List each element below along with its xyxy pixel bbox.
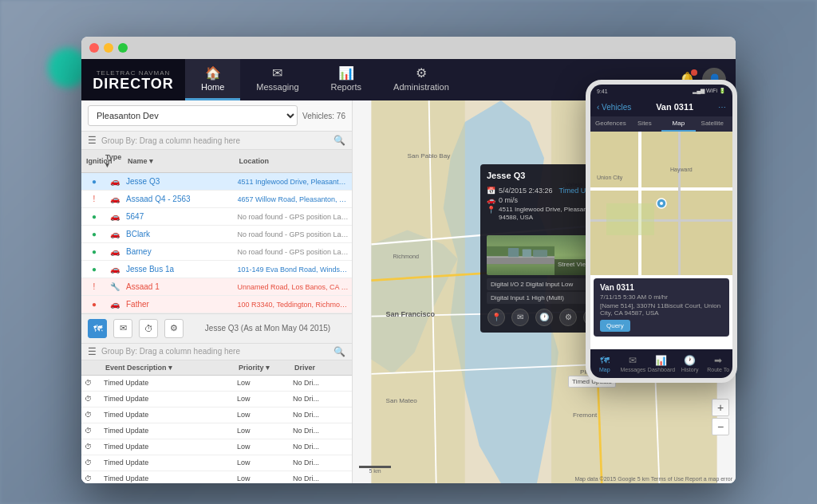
message-action-btn[interactable]: ✉	[113, 319, 132, 338]
event-priority: Low	[237, 459, 293, 467]
event-driver: No Dri...	[293, 443, 349, 451]
popup-pin-btn[interactable]: 📍	[487, 309, 505, 326]
maximize-window-btn[interactable]	[118, 43, 128, 53]
phone-nav-map[interactable]: 🗺 Map	[590, 355, 619, 372]
phone-vehicle-address: [Name 514], 3307N 11Biscuit Court, Union…	[600, 302, 723, 317]
group-by-text: Group By: Drag a column heading here	[101, 136, 329, 145]
vehicle-name: 5647	[126, 212, 238, 221]
phone-vehicle-info: 7/11/15 5:30 AM 0 mi/hr	[600, 293, 723, 301]
phone-time: 9:41	[597, 89, 608, 94]
phone-bottom-nav: 🗺 Map ✉ Messages 📊 Dashboard 🕐 History ➡…	[590, 349, 732, 378]
popup-history-btn[interactable]: 🕐	[535, 309, 553, 326]
popup-message-btn[interactable]: ✉	[511, 309, 529, 326]
tab-sites[interactable]: Sites	[628, 116, 661, 132]
phone-options-btn[interactable]: ⋯	[718, 103, 726, 112]
admin-icon: ⚙	[416, 65, 427, 81]
phone-nav-map-label: Map	[599, 367, 610, 372]
phone-nav-history[interactable]: 🕐 History	[676, 355, 705, 372]
event-priority: Low	[237, 474, 293, 482]
settings-action-btn[interactable]: ⚙	[164, 319, 184, 338]
nav-administration[interactable]: ⚙ Administration	[377, 59, 465, 100]
event-group-icon: ☰	[88, 346, 97, 357]
type-icon: 🚗	[104, 212, 126, 221]
close-window-btn[interactable]	[89, 43, 99, 53]
status-icon: !	[85, 282, 104, 291]
th-location: Location	[238, 152, 349, 170]
list-item[interactable]: ⏱ Timed Update Low No Dri...	[81, 423, 352, 439]
nav-reports[interactable]: 📊 Reports	[315, 59, 378, 100]
vehicle-name: Jesse Q3	[126, 177, 238, 186]
table-row[interactable]: ! 🔧 Assaad 1 Unnamed Road, Los Banos, CA…	[81, 278, 352, 296]
table-row[interactable]: ● 🚗 Jesse Bus 1a 101-149 Eva Bond Road, …	[81, 261, 352, 278]
table-row[interactable]: ● 🚗 BClark No road found - GPS position …	[81, 226, 352, 243]
event-desc: Timed Update	[104, 379, 237, 387]
vehicle-name: BClark	[126, 230, 238, 238]
svg-rect-25	[523, 249, 531, 257]
list-item[interactable]: ⏱ Timed Update Low No Dri...	[81, 408, 352, 423]
svg-text:San Pablo Bay: San Pablo Bay	[408, 152, 452, 159]
event-driver: No Dri...	[293, 411, 349, 419]
th-name: Name ▾	[126, 152, 238, 170]
map-action-btn[interactable]: 🗺	[88, 319, 107, 338]
tab-satellite[interactable]: Satellite	[696, 116, 729, 132]
phone-map-area[interactable]: Union City Hayward	[590, 132, 732, 275]
event-search-icon[interactable]: 🔍	[334, 346, 345, 357]
th-driver: Driver	[293, 363, 349, 372]
map-scale: 5 km	[359, 466, 391, 474]
svg-rect-24	[508, 248, 519, 257]
phone-back-btn[interactable]: ‹ Vehicles	[597, 103, 631, 112]
zoom-out-btn[interactable]: −	[712, 418, 729, 435]
speed-icon: 🚗	[487, 196, 495, 204]
type-icon: 🔧	[104, 282, 126, 291]
event-icon: ⏱	[85, 411, 104, 419]
event-group-by-bar: ☰ Group By: Drag a column heading here 🔍	[81, 344, 352, 360]
svg-rect-22	[487, 257, 555, 264]
list-item[interactable]: ⏱ Timed Update Low No Dri...	[81, 376, 352, 392]
phone-nav-dashboard[interactable]: 📊 Dashboard	[647, 355, 676, 372]
svg-rect-31	[678, 132, 681, 275]
phone-nav-route[interactable]: ➡ Route To	[704, 355, 732, 372]
history-action-btn[interactable]: ⏱	[139, 319, 158, 338]
nav-home[interactable]: 🏠 Home	[185, 59, 240, 100]
popup-settings-btn[interactable]: ⚙	[559, 309, 577, 326]
phone-header-title: Van 0311	[656, 102, 693, 112]
svg-rect-26	[533, 250, 547, 257]
status-icon: ●	[85, 247, 104, 256]
svg-rect-32	[606, 203, 654, 235]
type-icon: 🚗	[104, 247, 126, 256]
tab-map[interactable]: Map	[661, 116, 695, 132]
table-row[interactable]: ● 🚗 Barney No road found - GPS position …	[81, 243, 352, 261]
list-item[interactable]: ⏱ Timed Update Low No Dri...	[81, 439, 352, 455]
minimize-window-btn[interactable]	[104, 43, 113, 53]
phone-tabs: Geofences Sites Map Satellite	[590, 116, 732, 132]
selected-vehicle-label: Jesse Q3 (As at Mon May 04 2015)	[190, 324, 345, 333]
list-item[interactable]: ⏱ Timed Update Low No Dri...	[81, 471, 352, 484]
zoom-in-btn[interactable]: +	[712, 399, 729, 416]
nav-reports-label: Reports	[331, 82, 362, 92]
event-desc: Timed Update	[104, 427, 237, 435]
phone-nav-messages[interactable]: ✉ Messages	[619, 355, 648, 372]
location-dropdown[interactable]: Pleasanton Dev	[88, 105, 298, 126]
table-row[interactable]: ! 🚗 Assaad Q4 - 2563 4657 Willow Road, P…	[81, 191, 352, 208]
table-row[interactable]: ● 🚗 Father 100 R3340, Teddington, Richmo…	[81, 296, 352, 313]
popup-datetime-icon: 📅	[487, 187, 495, 195]
svg-text:Richmond: Richmond	[393, 253, 419, 260]
event-priority: Low	[237, 443, 293, 451]
phone-map-icon: 🗺	[600, 355, 610, 366]
table-row[interactable]: ● 🚗 5647 No road found - GPS position La…	[81, 208, 352, 226]
phone-nav-route-label: Route To	[707, 367, 729, 372]
map-attribution: Map data ©2015 Google 5 km Terms of Use …	[574, 476, 732, 482]
search-icon-btn[interactable]: 🔍	[334, 135, 345, 146]
vehicle-list: ● 🚗 Jesse Q3 4511 Inglewood Drive, Pleas…	[81, 173, 352, 313]
tab-geofences[interactable]: Geofences	[594, 116, 628, 132]
event-desc: Timed Update	[104, 474, 237, 482]
group-by-bar: ☰ Group By: Drag a column heading here 🔍	[81, 132, 352, 150]
event-table-header: Event Description ▾ Priority ▾ Driver	[81, 360, 352, 376]
nav-messaging[interactable]: ✉ Messaging	[240, 59, 314, 100]
th-event-icon	[85, 363, 104, 372]
event-driver: No Dri...	[293, 474, 349, 482]
list-item[interactable]: ⏱ Timed Update Low No Dri...	[81, 392, 352, 408]
list-item[interactable]: ⏱ Timed Update Low No Dri...	[81, 455, 352, 471]
table-row[interactable]: ● 🚗 Jesse Q3 4511 Inglewood Drive, Pleas…	[81, 173, 352, 191]
query-button[interactable]: Query	[600, 320, 630, 332]
